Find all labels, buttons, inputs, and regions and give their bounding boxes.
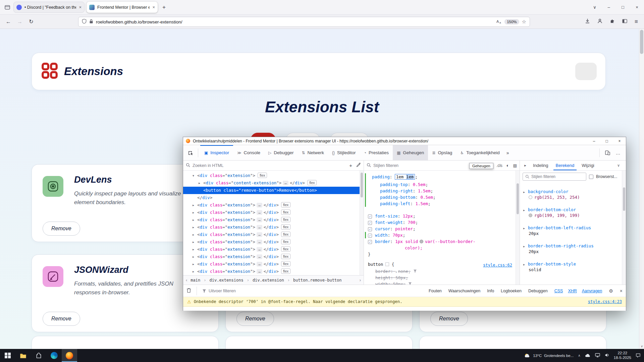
console-filter-debuggen-button[interactable]: Debuggen bbox=[528, 289, 548, 293]
markup-tree-row[interactable]: ▶<div class="extension">…</div>flex bbox=[183, 238, 364, 246]
more-tools-icon[interactable]: » bbox=[504, 150, 512, 156]
add-node-icon[interactable]: + bbox=[349, 163, 352, 168]
console-close-icon[interactable]: × bbox=[620, 288, 623, 294]
eyedropper-icon[interactable] bbox=[356, 163, 361, 168]
collapse-icon[interactable]: ▼ bbox=[193, 172, 197, 180]
reload-icon[interactable]: ↻ bbox=[26, 18, 36, 25]
devtools-tab-inspector[interactable]: ▣Inspector bbox=[200, 145, 233, 160]
expand-icon[interactable]: ▶ bbox=[193, 224, 197, 231]
inline-ellipsis-badge[interactable]: … bbox=[257, 203, 262, 207]
expand-icon[interactable]: ▶ bbox=[523, 262, 528, 267]
inline-ellipsis-badge[interactable]: … bbox=[257, 210, 262, 215]
markup-tree-row[interactable]: <button class="remove-button">Remove</bu… bbox=[183, 187, 364, 194]
breadcrumb-right-icon[interactable]: › bbox=[360, 278, 361, 283]
breadcrumb-item[interactable]: button.remove-button bbox=[293, 278, 342, 283]
markup-tree-row[interactable]: ▶<div class="extension">…</div>flex bbox=[183, 224, 364, 231]
flex-badge[interactable]: flex bbox=[281, 261, 290, 266]
expand-icon[interactable]: ▶ bbox=[523, 207, 528, 213]
markup-tree-row[interactable]: ▶<div class="content-extension">…</div>f… bbox=[183, 179, 364, 187]
network-icon[interactable] bbox=[595, 353, 600, 358]
volume-icon[interactable] bbox=[605, 353, 609, 358]
minimize-icon[interactable]: – bbox=[602, 0, 616, 14]
file-explorer-button[interactable] bbox=[15, 349, 31, 362]
warning-source-link[interactable]: style.css:4:23 bbox=[588, 299, 622, 304]
devtools-tab-prestaties[interactable]: ◔Prestaties bbox=[360, 145, 393, 160]
edge-button[interactable] bbox=[46, 349, 62, 362]
class-toggle-button[interactable]: .cls bbox=[496, 163, 502, 168]
list-tabs-icon[interactable]: ∨ bbox=[588, 0, 602, 14]
print-simulation-icon[interactable]: ▤ bbox=[513, 163, 517, 168]
flex-badge[interactable]: flex bbox=[281, 209, 290, 215]
browser-tab-frontend-mentor[interactable]: Frontend Mentor | Browser exte × bbox=[87, 2, 158, 13]
firefox-view-icon[interactable] bbox=[5, 5, 10, 10]
expand-icon[interactable]: ▶ bbox=[193, 261, 197, 268]
expand-icon[interactable]: ▶ bbox=[199, 180, 203, 187]
lock-icon[interactable] bbox=[89, 19, 93, 25]
inline-ellipsis-badge[interactable]: … bbox=[257, 262, 262, 266]
color-swatch[interactable] bbox=[420, 240, 423, 243]
responsive-design-icon[interactable] bbox=[602, 150, 612, 155]
console-settings-icon[interactable]: ⚙ bbox=[609, 288, 613, 294]
console-filter-logboeken-button[interactable]: Logboeken bbox=[501, 289, 522, 293]
css-rule-selector[interactable]: button bbox=[368, 262, 383, 267]
sidebar-tab-indeling[interactable]: Indeling bbox=[529, 161, 552, 170]
css-property-name[interactable]: padding bbox=[372, 174, 390, 179]
expand-icon[interactable]: ▶ bbox=[193, 253, 197, 261]
zoom-level-badge[interactable]: 150% bbox=[504, 19, 519, 24]
flex-badge[interactable]: flex bbox=[281, 224, 290, 230]
scroll-down-icon[interactable]: ∨ bbox=[639, 345, 644, 348]
flex-badge[interactable]: flex bbox=[281, 232, 290, 237]
remove-button[interactable]: Remove bbox=[43, 312, 80, 326]
remove-button[interactable]: Remove bbox=[430, 312, 468, 326]
expand-icon[interactable]: ▶ bbox=[523, 226, 528, 231]
scrollbar-thumb[interactable] bbox=[640, 30, 643, 54]
expand-icon[interactable]: ▶ bbox=[193, 202, 197, 209]
sidebar-icon[interactable] bbox=[622, 19, 627, 25]
console-filter-css-button[interactable]: CSS bbox=[554, 289, 563, 293]
browser-styles-checkbox[interactable] bbox=[589, 175, 593, 179]
console-filter-input[interactable]: Uitvoer filteren bbox=[202, 289, 289, 293]
computed-property-name[interactable]: ▶border-bottom-style bbox=[523, 261, 622, 267]
inline-ellipsis-badge[interactable]: … bbox=[257, 225, 262, 230]
onedrive-cloud-icon[interactable] bbox=[585, 353, 591, 358]
taskbar-clock[interactable]: 22:22 18-5-2025 bbox=[614, 351, 631, 360]
expand-icon[interactable]: ▶ bbox=[193, 209, 197, 217]
sidebar-tab-wijzigi[interactable]: Wijzigi bbox=[578, 161, 598, 170]
flex-badge[interactable]: flex bbox=[281, 268, 290, 274]
markup-tree-row[interactable]: ▶<div class="extension">…</div>flex bbox=[183, 209, 364, 216]
flex-badge[interactable]: flex bbox=[281, 246, 290, 252]
hidden-icons-chevron[interactable]: ∧ bbox=[578, 354, 580, 357]
sidebar-dropdown-icon[interactable]: ∨ bbox=[617, 163, 625, 168]
start-button[interactable] bbox=[0, 349, 15, 362]
inline-ellipsis-badge[interactable]: … bbox=[257, 232, 262, 237]
flex-badge[interactable]: flex bbox=[281, 239, 290, 244]
declaration-checkbox[interactable]: ✓ bbox=[368, 240, 372, 244]
markup-tree-row[interactable]: ▶<div class="extension">…</div>flex bbox=[183, 253, 364, 260]
inline-ellipsis-badge[interactable]: … bbox=[283, 181, 288, 185]
url-bar[interactable]: roelofwobben.github.io/browser-extenstio… bbox=[78, 17, 530, 27]
downloads-icon[interactable] bbox=[585, 18, 590, 25]
new-tab-button[interactable]: + bbox=[162, 4, 166, 11]
flex-badge[interactable]: flex bbox=[258, 173, 267, 178]
devtools-tab-opslag[interactable]: ≣Opslag bbox=[428, 145, 456, 160]
declaration-checkbox[interactable]: ✓ bbox=[368, 215, 372, 219]
sidebar-tab-berekend[interactable]: Berekend bbox=[552, 161, 578, 170]
devtools-tab-toegankelijkheid[interactable]: ♿Toegankelijkheid bbox=[456, 145, 504, 160]
remove-button[interactable]: Remove bbox=[43, 222, 80, 236]
browser-tab-discord[interactable]: • Discord | "Feedback on the lig × bbox=[13, 2, 85, 13]
stylesheet-location-link[interactable]: style.css:62 bbox=[483, 261, 512, 269]
devtools-titlebar[interactable]: Ontwikkelaarshulpmiddelen - Frontend Men… bbox=[183, 137, 626, 145]
console-filter-info-button[interactable]: Info bbox=[487, 289, 494, 293]
console-warning-row[interactable]: ⚠ Onbekende descriptor ‘700’ in @font-fa… bbox=[183, 297, 626, 307]
scrollbar-thumb[interactable] bbox=[623, 187, 625, 211]
css-property-name[interactable]: font-size bbox=[375, 214, 398, 219]
flex-badge[interactable]: flex bbox=[307, 180, 317, 185]
expand-icon[interactable]: ▶ bbox=[193, 268, 197, 275]
color-scheme-icon[interactable]: ◐ bbox=[506, 163, 509, 168]
devtools-maximize-icon[interactable]: □ bbox=[600, 137, 613, 145]
inline-ellipsis-badge[interactable]: … bbox=[257, 247, 262, 252]
markup-tree-row[interactable]: ▶<div class="extension">…</div>flex bbox=[183, 268, 364, 275]
breadcrumb-item[interactable]: main bbox=[191, 278, 200, 283]
devtools-tab-netwerk[interactable]: ⇅Netwerk bbox=[298, 145, 328, 160]
scrollbar-thumb[interactable] bbox=[517, 183, 519, 214]
